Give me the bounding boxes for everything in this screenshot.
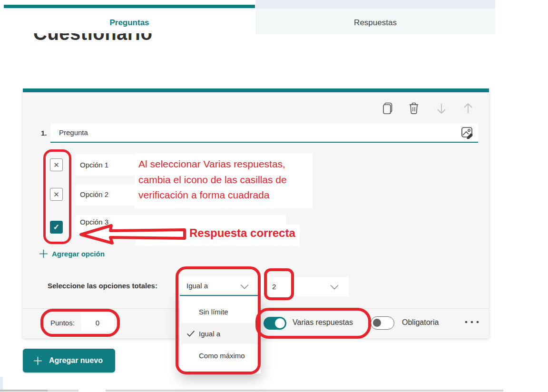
active-tab-indicator [4, 5, 255, 8]
tab-responses[interactable]: Respuestas [255, 0, 495, 34]
chevron-down-icon [330, 284, 339, 290]
copy-icon [382, 102, 393, 115]
annotation-note-line-2: cambia el icono de las casillas de [138, 172, 287, 188]
question-text-input[interactable]: Pregunta [50, 123, 478, 143]
question-text: Pregunta [59, 128, 88, 137]
arrow-up-icon [463, 103, 473, 114]
tab-questions[interactable]: Preguntas [4, 18, 255, 28]
question-number: 1. [41, 129, 47, 137]
annotation-note: Al seleccionar Varias respuestas, cambia… [138, 157, 287, 203]
bottom-edge-strip [48, 390, 78, 392]
page-edge-sliver [0, 377, 3, 390]
more-options-button[interactable] [462, 315, 481, 329]
move-question-down-button[interactable] [436, 103, 447, 116]
annotation-note-line-3: verificación a forma cuadrada [138, 187, 287, 203]
annotation-rect-multi-answer [255, 308, 371, 339]
insert-image-icon [460, 126, 474, 139]
add-new-label: Agregar nuevo [49, 356, 103, 365]
add-new-question-button[interactable]: Agregar nuevo [23, 349, 115, 372]
option-2-label[interactable]: Opción 2 [80, 190, 108, 198]
copy-question-button[interactable] [382, 102, 393, 117]
annotation-left-arrow-icon [77, 223, 187, 246]
annotation-rect-points [40, 309, 120, 337]
annotation-rect-limit-dropdown [176, 266, 261, 374]
move-question-up-button[interactable] [463, 103, 473, 116]
annotation-rect-checkbox-column [43, 149, 71, 244]
plus-icon [39, 249, 48, 258]
responses-tab-top-strip [255, 0, 495, 9]
bottom-edge-strip [106, 390, 503, 392]
annotation-correct-label: Respuesta correcta [189, 226, 295, 240]
ellipsis-icon [464, 320, 480, 324]
add-option-button[interactable]: Agregar opción [39, 249, 105, 258]
annotation-rect-count-value [264, 268, 294, 300]
tab-responses-label: Respuestas [255, 18, 495, 28]
insert-image-button[interactable] [460, 126, 474, 141]
toggle-knob [373, 319, 381, 327]
option-1-label[interactable]: Opción 1 [80, 161, 108, 169]
trash-icon [408, 102, 420, 115]
delete-question-button[interactable] [408, 102, 420, 117]
required-toggle-off[interactable] [371, 316, 394, 330]
required-label[interactable]: Obligatoria [402, 318, 439, 327]
add-option-label: Agregar opción [52, 250, 105, 258]
bottom-edge-strip [0, 390, 48, 392]
question-card-accent-bar [23, 88, 489, 92]
plus-icon [33, 356, 42, 365]
arrow-down-icon [436, 103, 447, 114]
annotation-note-line-1: Al seleccionar Varias respuestas, [138, 157, 287, 172]
total-options-label: Seleccione las opciones totales: [48, 282, 157, 290]
